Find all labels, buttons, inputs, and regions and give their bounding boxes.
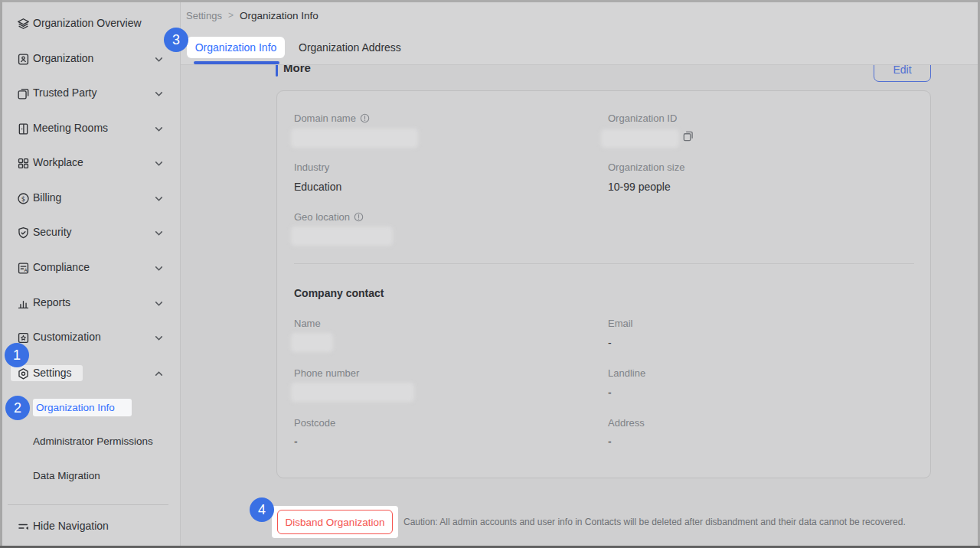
geo-location-redacted-value: [291, 227, 393, 246]
name-redacted-value: [291, 333, 333, 352]
sidebar-subitem-label: Organization Info: [36, 402, 115, 413]
gear-icon: [15, 366, 31, 381]
chevron-down-icon[interactable]: [154, 263, 164, 273]
bar-chart-icon: [15, 295, 31, 311]
disband-organization-button[interactable]: Disband Organization: [277, 510, 393, 534]
svg-text:$: $: [21, 194, 24, 202]
active-tab-underline: [194, 61, 279, 64]
organization-id-label: Organization ID: [608, 113, 677, 124]
hide-navigation-button[interactable]: Hide Navigation: [0, 516, 178, 537]
shield-check-icon: [15, 225, 31, 240]
layers-icon: [15, 16, 31, 31]
step-badge-3: 3: [164, 28, 188, 52]
industry-label: Industry: [294, 161, 329, 173]
step-badge-1: 1: [5, 343, 29, 367]
main-content: More Edit Domain name Organization ID In…: [181, 65, 980, 548]
breadcrumb-current: Organization Info: [240, 10, 318, 21]
chevron-down-icon[interactable]: [154, 194, 164, 204]
sidebar-item-organization-overview[interactable]: Organization Overview: [0, 13, 178, 34]
sidebar-item-organization[interactable]: Organization: [0, 48, 178, 70]
organization-size-value: 10-99 people: [608, 181, 671, 193]
card-divider: [294, 263, 914, 264]
sidebar-subitem-data-migration[interactable]: Data Migration: [0, 466, 178, 488]
organization-info-card: Domain name Organization ID Industry Edu…: [276, 90, 931, 478]
breadcrumb-separator: >: [228, 10, 234, 21]
chevron-down-icon[interactable]: [154, 228, 164, 238]
sidebar-item-label: Workplace: [33, 156, 83, 168]
step-badge-4: 4: [250, 497, 274, 522]
sidebar-item-label: Meeting Rooms: [33, 122, 108, 134]
sidebar-subitem-administrator-permissions[interactable]: Administrator Permissions: [0, 432, 178, 453]
phone-number-redacted-value: [291, 383, 414, 402]
landline-label: Landline: [608, 367, 645, 379]
chevron-down-icon[interactable]: [154, 89, 164, 99]
phone-number-label: Phone number: [294, 367, 359, 379]
document-audit-icon: A: [15, 260, 31, 276]
breadcrumb-settings-link[interactable]: Settings: [186, 10, 222, 21]
sidebar-subitem-label: Data Migration: [33, 470, 100, 481]
tab-organization-address[interactable]: Organization Address: [299, 37, 401, 58]
chevron-down-icon[interactable]: [154, 333, 164, 343]
geo-location-label-text: Geo location: [294, 211, 350, 223]
sidebar-item-label: Billing: [33, 191, 61, 204]
step-badge-2: 2: [5, 396, 30, 420]
sidebar-item-label: Reports: [33, 296, 70, 308]
door-icon: [15, 121, 31, 136]
sidebar-divider: [8, 504, 168, 505]
grid-icon: [15, 155, 31, 171]
geo-location-label: Geo location: [294, 211, 364, 223]
sidebar-item-settings[interactable]: Settings: [0, 363, 178, 384]
sidebar-item-compliance[interactable]: A Compliance: [0, 257, 178, 279]
company-contact-title: Company contact: [294, 287, 384, 299]
sidebar-item-meeting-rooms[interactable]: Meeting Rooms: [0, 118, 178, 139]
sidebar-item-label: Customization: [33, 331, 101, 343]
sidebar-item-label: Compliance: [33, 261, 90, 273]
tab-organization-info[interactable]: Organization Info: [187, 37, 285, 58]
copy-icon[interactable]: [682, 130, 694, 142]
sidebar-item-label: Security: [33, 226, 72, 238]
contact-card-icon: [15, 51, 31, 67]
dollar-circle-icon: $: [15, 191, 31, 206]
sidebar-item-label: Organization: [33, 52, 93, 64]
domain-name-redacted-value: [291, 129, 418, 148]
sidebar-item-label: Trusted Party: [33, 86, 97, 99]
industry-value: Education: [294, 181, 341, 193]
sidebar-item-billing[interactable]: $ Billing: [0, 188, 178, 209]
email-label: Email: [608, 318, 633, 329]
chevron-down-icon[interactable]: [154, 158, 164, 168]
sidebar-item-trusted-party[interactable]: Trusted Party: [0, 83, 178, 104]
domain-name-label: Domain name: [294, 113, 370, 124]
sidebar: Organization Overview Organization Trust…: [0, 0, 181, 548]
chevron-down-icon[interactable]: [154, 54, 164, 64]
disband-caution-text: Caution: All admin accounts and user inf…: [403, 517, 924, 527]
organization-id-redacted-value: [601, 129, 679, 148]
tab-bar: Organization Info Organization Address: [181, 31, 980, 65]
info-icon[interactable]: [354, 212, 364, 222]
svg-text:A: A: [24, 267, 27, 272]
sidebar-item-workplace[interactable]: Workplace: [0, 152, 178, 174]
domain-name-label-text: Domain name: [294, 113, 356, 124]
chevron-down-icon[interactable]: [154, 124, 164, 134]
info-icon[interactable]: [360, 113, 370, 123]
sidebar-item-reports[interactable]: Reports: [0, 292, 178, 314]
email-value: -: [608, 337, 612, 349]
postcode-label: Postcode: [294, 417, 335, 429]
overlap-squares-icon: [15, 86, 31, 101]
chevron-down-icon[interactable]: [154, 298, 164, 308]
sidebar-item-security[interactable]: Security: [0, 222, 178, 243]
landline-value: -: [608, 387, 612, 399]
hide-navigation-label: Hide Navigation: [33, 520, 109, 532]
chevron-up-icon[interactable]: [154, 369, 164, 379]
postcode-value: -: [294, 435, 298, 448]
breadcrumb: Settings > Organization Info: [181, 0, 980, 31]
organization-id-label-text: Organization ID: [608, 113, 677, 124]
sidebar-item-label: Settings: [33, 367, 72, 379]
sidebar-item-customization[interactable]: Customization: [0, 327, 178, 348]
address-label: Address: [608, 417, 645, 429]
name-label: Name: [294, 318, 321, 329]
hide-navigation-icon: [15, 519, 31, 534]
sidebar-item-label: Organization Overview: [33, 17, 142, 29]
address-value: -: [608, 435, 612, 448]
section-accent-bar: [276, 64, 278, 77]
sidebar-subitem-label: Administrator Permissions: [33, 435, 153, 447]
